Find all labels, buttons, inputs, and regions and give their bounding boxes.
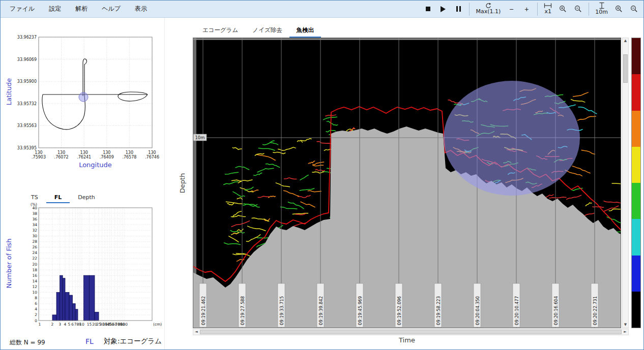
- scroll-up-icon[interactable]: ▲: [623, 38, 628, 44]
- svg-text:3: 3: [58, 322, 61, 327]
- echogram-vscrollbar[interactable]: ▲ ▼: [622, 38, 629, 328]
- scroll-left-icon[interactable]: ◄: [193, 329, 199, 335]
- gps-xtick-labels: 130.75903130.76072130.76241130.76409130.…: [32, 150, 159, 160]
- colorbar-segment: [632, 147, 640, 183]
- svg-text:09:19:33.715: 09:19:33.715: [279, 296, 284, 325]
- svg-text:.76072: .76072: [54, 155, 69, 160]
- hist-y-unit: (%): [31, 202, 37, 207]
- gain-increase-button[interactable]: +: [519, 1, 534, 17]
- svg-text:09:19:45.969: 09:19:45.969: [358, 296, 363, 325]
- gain-decrease-button[interactable]: −: [504, 1, 519, 17]
- svg-text:.76409: .76409: [100, 155, 114, 160]
- hist-mode-label: FL: [85, 337, 94, 345]
- colorbar-segment: [632, 38, 640, 74]
- svg-text:24: 24: [32, 250, 37, 255]
- scroll-right-icon[interactable]: ►: [622, 329, 628, 335]
- svg-text:09:20:04.350: 09:20:04.350: [475, 296, 480, 325]
- vzoom-group: 10m: [592, 2, 611, 16]
- hist-bar: [83, 275, 89, 321]
- svg-text:26: 26: [32, 245, 37, 249]
- depth-marker-label: 10m: [195, 135, 204, 140]
- play-icon: [441, 6, 446, 12]
- hist-plot[interactable]: 4038363432302826242220181614121086420(%)…: [1, 202, 163, 338]
- svg-text:130: 130: [126, 150, 133, 155]
- echogram-canvas[interactable]: 09:19:21.46209:19:27.58809:19:33.71509:1…: [193, 38, 621, 328]
- hist-bar: [90, 275, 95, 321]
- menu-file[interactable]: ファイル: [3, 1, 42, 17]
- vscroll-thumb[interactable]: [623, 54, 628, 83]
- svg-text:33.95732: 33.95732: [17, 102, 37, 106]
- svg-text:33.96069: 33.96069: [17, 57, 37, 62]
- svg-text:09:20:16.604: 09:20:16.604: [553, 296, 559, 325]
- svg-text:2: 2: [35, 312, 37, 317]
- toolbar: Max(1.1) − + x1: [420, 1, 643, 17]
- gps-plot[interactable]: 33.9623733.9606933.9590033.9573233.95563…: [1, 18, 163, 187]
- svg-text:2: 2: [51, 322, 54, 327]
- hzoom-in-button[interactable]: [555, 1, 570, 17]
- menubar: ファイル設定解析ヘルプ表示 Max(1.1) − +: [1, 1, 643, 18]
- svg-text:1: 1: [39, 322, 41, 327]
- menu-view[interactable]: 表示: [128, 1, 154, 17]
- svg-text:30: 30: [32, 234, 37, 238]
- hist-bar: [65, 293, 69, 321]
- svg-text:16: 16: [32, 273, 37, 278]
- gps-plot-area: 33.9623733.9606933.9590033.9573233.95563…: [17, 35, 159, 160]
- svg-text:4: 4: [64, 322, 67, 327]
- hzoom-out-button[interactable]: [570, 1, 586, 17]
- hist-bar: [60, 275, 63, 321]
- hscroll-thumb[interactable]: [200, 330, 622, 334]
- pause-button[interactable]: [451, 1, 466, 17]
- svg-text:10: 10: [79, 322, 84, 327]
- hist-ytick-labels: 4038363432302826242220181614121086420: [32, 206, 37, 323]
- echogram-tabs: エコーグラムノイズ除去魚検出: [195, 24, 321, 38]
- play-button[interactable]: [435, 1, 451, 17]
- svg-text:33.95395: 33.95395: [17, 146, 37, 150]
- stop-icon: [426, 7, 430, 11]
- gps-position-marker: [79, 92, 88, 102]
- vzoom-in-button[interactable]: [611, 1, 626, 17]
- svg-text:14: 14: [32, 279, 37, 283]
- svg-text:20: 20: [32, 262, 37, 267]
- menu-analysis[interactable]: 解析: [68, 1, 95, 17]
- colorbar-segment: [632, 183, 640, 219]
- scroll-down-icon[interactable]: ▼: [623, 322, 628, 328]
- hist-bar: [52, 315, 56, 321]
- stop-button[interactable]: [420, 1, 435, 17]
- hist-xtick-labels: 12345678910152025303540455060708090100: [39, 322, 128, 327]
- hist-bar: [56, 293, 60, 321]
- svg-text:09:20:22.731: 09:20:22.731: [593, 296, 598, 325]
- svg-text:.76578: .76578: [122, 155, 136, 160]
- hist-target-label: 対象:エコーグラム: [104, 337, 162, 346]
- zoom-out-icon: [630, 5, 638, 13]
- hzoom-value-label: x1: [545, 9, 552, 15]
- zoom-in-icon: [559, 5, 567, 13]
- svg-text:5: 5: [68, 322, 71, 327]
- svg-text:10: 10: [32, 290, 37, 295]
- hzoom-group: x1: [541, 2, 555, 16]
- svg-text:38: 38: [32, 211, 37, 216]
- svg-text:.76241: .76241: [77, 155, 91, 160]
- tab-noise-removal[interactable]: ノイズ除去: [245, 24, 289, 38]
- svg-text:09:19:58.223: 09:19:58.223: [436, 296, 441, 325]
- menu-settings[interactable]: 設定: [42, 1, 68, 17]
- svg-text:28: 28: [32, 239, 37, 244]
- gps-ytick-labels: 33.9623733.9606933.9590033.9573233.95563…: [17, 35, 37, 150]
- echogram-hscrollbar[interactable]: ◄ ►: [193, 329, 629, 335]
- echogram-ylabel: Depth: [179, 143, 186, 224]
- hist-bar: [95, 312, 99, 321]
- tab-fish-detection[interactable]: 魚検出: [289, 24, 321, 38]
- toolbar-separator: [537, 3, 538, 16]
- selection-ellipse[interactable]: [444, 81, 580, 196]
- svg-text:36: 36: [32, 217, 37, 221]
- hist-bar: [73, 304, 76, 321]
- zoom-out-icon: [574, 5, 582, 13]
- svg-text:09:19:52.096: 09:19:52.096: [397, 296, 402, 325]
- svg-text:6: 6: [35, 301, 37, 306]
- svg-text:4: 4: [35, 307, 37, 311]
- svg-text:.75903: .75903: [32, 155, 46, 160]
- tab-echogram[interactable]: エコーグラム: [195, 24, 245, 38]
- svg-text:33.95563: 33.95563: [17, 123, 37, 128]
- menu-help[interactable]: ヘルプ: [95, 1, 128, 17]
- vzoom-out-button[interactable]: [626, 1, 641, 17]
- svg-text:130: 130: [80, 150, 88, 155]
